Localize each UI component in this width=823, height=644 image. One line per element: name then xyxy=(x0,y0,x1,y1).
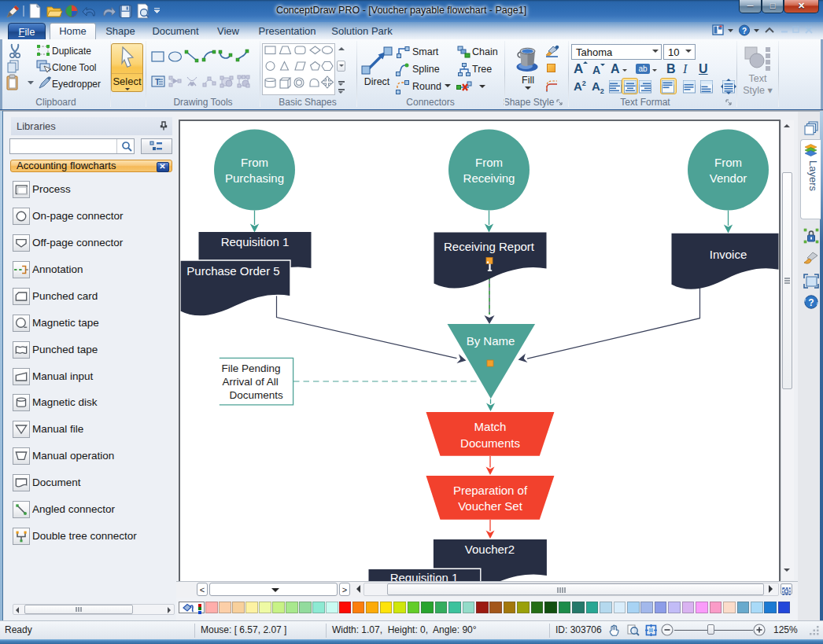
svg-text:From: From xyxy=(475,156,503,169)
svg-text:?: ? xyxy=(742,27,747,35)
svg-text:Purchase Order 5: Purchase Order 5 xyxy=(186,264,279,278)
svg-text:From: From xyxy=(714,156,742,169)
svg-text:Documents: Documents xyxy=(460,436,520,450)
svg-text:Preparation of: Preparation of xyxy=(452,484,527,497)
svg-text:Receiving: Receiving xyxy=(463,171,515,185)
svg-text:From: From xyxy=(241,156,268,169)
svg-text:Requisition 1: Requisition 1 xyxy=(220,235,289,248)
svg-text:?: ? xyxy=(808,297,814,308)
svg-text:Arrival of All: Arrival of All xyxy=(222,376,278,388)
svg-text:Invoice: Invoice xyxy=(709,248,747,261)
svg-text:File Pending: File Pending xyxy=(221,362,280,374)
svg-text:Requisition 1: Requisition 1 xyxy=(389,571,458,581)
svg-text:Voucher Set: Voucher Set xyxy=(458,499,523,513)
svg-text:By Name: By Name xyxy=(466,334,515,348)
svg-text:Match: Match xyxy=(474,420,506,433)
svg-text:Receiving Report: Receiving Report xyxy=(443,240,534,253)
svg-text:Purchasing: Purchasing xyxy=(224,171,283,185)
svg-text:Documents: Documents xyxy=(229,389,283,401)
svg-text:Vendor: Vendor xyxy=(709,171,747,185)
svg-text:Voucher2: Voucher2 xyxy=(464,543,514,556)
